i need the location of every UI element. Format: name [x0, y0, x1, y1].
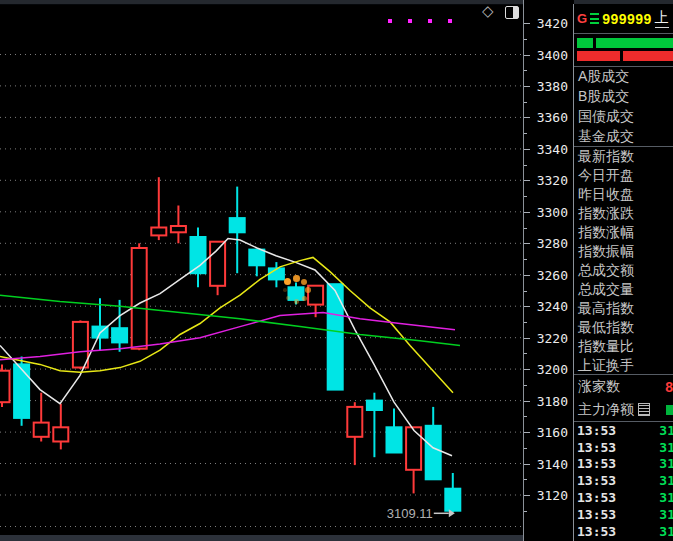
- time-sales-row[interactable]: 13:5331: [574, 456, 673, 473]
- axis-tick: [524, 117, 530, 118]
- time-sales-row[interactable]: 13:5331: [574, 472, 673, 489]
- candle-up: [132, 248, 147, 349]
- price-axis-label: 3200: [537, 362, 568, 377]
- candle-down: [387, 427, 402, 452]
- axis-minor-tick: [524, 102, 527, 103]
- tick-time: 13:53: [577, 473, 616, 488]
- stat-label: 涨家数: [578, 378, 620, 396]
- axis-tick: [524, 338, 530, 339]
- panel-row[interactable]: 基金成交: [574, 127, 673, 147]
- ticker-row[interactable]: G 999999 上: [574, 4, 673, 34]
- candle-up: [53, 427, 68, 441]
- axis-minor-tick: [524, 291, 527, 292]
- time-sales-row[interactable]: 13:5331: [574, 422, 673, 439]
- price-axis-label: 3420: [537, 16, 568, 31]
- candle-down: [426, 426, 441, 480]
- axis-tick: [524, 401, 530, 402]
- stat-row[interactable]: 涨家数8: [574, 375, 673, 398]
- axis-minor-tick: [524, 416, 527, 417]
- candle-up: [34, 423, 49, 437]
- candle-up: [210, 242, 225, 286]
- axis-minor-tick: [524, 259, 527, 260]
- axis-minor-tick: [524, 322, 527, 323]
- minimized-dot[interactable]: [428, 19, 432, 23]
- minimized-dot[interactable]: [388, 19, 392, 23]
- panel-row[interactable]: 今日开盘: [574, 166, 673, 185]
- stat-row[interactable]: 主力净额: [574, 398, 673, 421]
- axis-tick: [524, 369, 530, 370]
- panel-row[interactable]: 指数涨幅: [574, 223, 673, 242]
- ticker-code: 999999: [602, 11, 652, 27]
- panel-row[interactable]: 最高指数: [574, 299, 673, 318]
- chart-bottom-bar: [0, 535, 523, 541]
- price-axis-label: 3240: [537, 299, 568, 314]
- axis-minor-tick: [524, 70, 527, 71]
- axis-minor-tick: [524, 511, 527, 512]
- axis-tick: [524, 495, 530, 496]
- price-axis: 3420340033803360334033203300328032603240…: [523, 0, 574, 541]
- price-axis-label: 3400: [537, 47, 568, 62]
- panel-row[interactable]: 指数量比: [574, 337, 673, 356]
- market-volume-list: A股成交B股成交国债成交基金成交: [574, 67, 673, 147]
- panel-row[interactable]: 最低指数: [574, 318, 673, 337]
- candle-down: [14, 364, 29, 418]
- panel-toggle-icon[interactable]: [505, 6, 519, 19]
- panel-row[interactable]: 昨日收盘: [574, 185, 673, 204]
- ma-yellow-line: [0, 257, 453, 392]
- panel-row[interactable]: 总成交额: [574, 261, 673, 280]
- buy-volume-bar: [577, 38, 673, 48]
- tick-value: 31: [659, 524, 673, 539]
- stat-value: 8: [665, 379, 673, 395]
- axis-tick: [524, 243, 530, 244]
- kline-chart-svg: 3109.11: [0, 0, 523, 541]
- time-sales-list: 13:533113:533113:533113:533113:533113:53…: [574, 422, 673, 540]
- stat-rows: 涨家数8主力净额: [574, 375, 673, 422]
- candle-down: [112, 328, 127, 342]
- time-sales-row[interactable]: 13:5331: [574, 489, 673, 506]
- stat-label: 主力净额: [578, 401, 634, 419]
- depth-bars: [574, 34, 673, 67]
- volume-bar-segment: [623, 51, 673, 61]
- axis-tick: [524, 212, 530, 213]
- diamond-icon[interactable]: ◇: [482, 3, 494, 18]
- tick-time: 13:53: [577, 456, 616, 471]
- volume-bar-segment: [577, 51, 620, 61]
- panel-row[interactable]: 国债成交: [574, 107, 673, 127]
- trading-terminal-window: 3109.11 ◇ 342034003380336033403320330032…: [0, 0, 673, 541]
- panel-row[interactable]: 上证换手: [574, 356, 673, 375]
- minimized-dot[interactable]: [408, 19, 412, 23]
- low-annotation: 3109.11: [387, 506, 433, 521]
- candle-up: [347, 407, 362, 437]
- axis-minor-tick: [524, 196, 527, 197]
- sell-volume-bar: [577, 51, 673, 61]
- kline-chart[interactable]: 3109.11: [0, 0, 523, 541]
- volume-bar-segment: [596, 38, 673, 48]
- time-sales-row[interactable]: 13:5331: [574, 439, 673, 456]
- axis-tick: [524, 149, 530, 150]
- panel-row[interactable]: A股成交: [574, 67, 673, 87]
- note-icon[interactable]: [638, 403, 650, 416]
- candle-down: [191, 237, 206, 273]
- candle-down: [230, 218, 245, 232]
- panel-row[interactable]: 总成交量: [574, 280, 673, 299]
- candle-up: [151, 228, 166, 236]
- quote-panel: G 999999 上 A股成交B股成交国债成交基金成交 最新指数今日开盘昨日收盘…: [573, 4, 673, 541]
- price-axis-label: 3320: [537, 173, 568, 188]
- ticker-name: 上: [655, 9, 669, 28]
- time-sales-row[interactable]: 13:5331: [574, 523, 673, 540]
- axis-tick: [524, 86, 530, 87]
- tick-time: 13:53: [577, 507, 616, 522]
- axis-tick: [524, 306, 530, 307]
- panel-row[interactable]: 指数涨跌: [574, 204, 673, 223]
- panel-row[interactable]: 最新指数: [574, 147, 673, 166]
- panel-row[interactable]: B股成交: [574, 87, 673, 107]
- tick-value: 31: [659, 490, 673, 505]
- panel-row[interactable]: 指数振幅: [574, 242, 673, 261]
- minimized-dot[interactable]: [448, 19, 452, 23]
- candle-down: [269, 268, 284, 279]
- axis-tick: [524, 180, 530, 181]
- axis-minor-tick: [524, 133, 527, 134]
- tick-time: 13:53: [577, 440, 616, 455]
- time-sales-row[interactable]: 13:5331: [574, 506, 673, 523]
- axis-minor-tick: [524, 385, 527, 386]
